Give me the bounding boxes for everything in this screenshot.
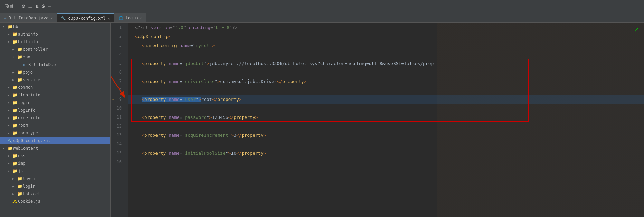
line-num-8: 8 bbox=[111, 86, 124, 95]
sidebar-item-label: room bbox=[18, 123, 28, 128]
xml-pi-attr: version bbox=[151, 25, 170, 30]
sidebar-item-pojo[interactable]: ▶ 📁 pojo bbox=[0, 68, 110, 76]
sidebar-item-floorinfo[interactable]: ▶ 📁 floorinfo bbox=[0, 91, 110, 99]
line-num-14: 14 bbox=[111, 140, 124, 149]
toolbar: 项目 ⊕ ☰ ⇅ ⚙ − bbox=[0, 0, 644, 12]
sidebar-item-css[interactable]: ▶ 📁 css bbox=[0, 152, 110, 160]
folder-icon: 📁 bbox=[12, 108, 18, 113]
list-icon[interactable]: ☰ bbox=[28, 3, 33, 9]
sidebar-item-label: layui bbox=[23, 176, 35, 181]
folder-icon: 📁 bbox=[8, 146, 13, 151]
validation-checkmark: ✓ bbox=[634, 26, 638, 34]
sidebar-item-label: login bbox=[23, 184, 35, 189]
sidebar-item-webcontent[interactable]: ▾ 📁 WebContent bbox=[0, 144, 110, 152]
expand-arrow: ▶ bbox=[12, 185, 17, 188]
sidebar-item-billinfodao[interactable]: c BillInfoDao bbox=[0, 61, 110, 68]
tab-c3p0config-close[interactable]: ✕ bbox=[108, 17, 110, 20]
add-icon[interactable]: ⊕ bbox=[22, 3, 25, 9]
settings-icon[interactable]: ⚙ bbox=[41, 3, 45, 9]
sidebar-item-login2[interactable]: ▶ 📁 login bbox=[0, 182, 110, 190]
sidebar-item-label: login bbox=[18, 100, 30, 105]
sidebar-item-c3p0config[interactable]: 🔧 c3p0-config.xml bbox=[0, 137, 110, 144]
expand-arrow: ▶ bbox=[8, 32, 12, 36]
code-editor[interactable]: 1 2 3 4 5 6 7 8 ⚠ 9 10 11 12 13 14 15 16 bbox=[111, 23, 644, 217]
sidebar-item-label: dao bbox=[23, 55, 30, 59]
folder-icon: 📁 bbox=[12, 169, 18, 173]
line-num-7: 7 bbox=[111, 77, 124, 86]
code-line-5: <property name="jdbcUrl">jdbc:mysql://lo… bbox=[128, 59, 644, 68]
tab-login-label: login bbox=[125, 16, 138, 20]
sidebar-item-label: controller bbox=[23, 47, 48, 52]
line-num-1: 1 bbox=[111, 23, 124, 32]
sidebar-item-orderinfo[interactable]: ▶ 📁 orderinfo bbox=[0, 114, 110, 122]
sidebar-item-loginfo[interactable]: ▶ 📁 logInfo bbox=[0, 106, 110, 114]
code-line-3: <named-config name="mysql"> bbox=[128, 41, 644, 50]
expand-arrow: ▶ bbox=[8, 124, 12, 127]
line-num-4: 4 bbox=[111, 50, 124, 59]
sidebar-item-hb[interactable]: ▾ 📁 hb bbox=[0, 23, 110, 30]
project-label[interactable]: 项目 bbox=[3, 2, 16, 10]
expand-arrow: ▶ bbox=[8, 131, 12, 135]
tab-c3p0config[interactable]: 🔧 c3p0-config.xml ✕ bbox=[57, 13, 114, 22]
folder-icon: 📁 bbox=[8, 24, 13, 29]
folder-icon: 📁 bbox=[17, 47, 23, 52]
sidebar-item-cookiejs[interactable]: JS Cookie.js bbox=[0, 198, 110, 205]
sidebar-item-roomtype[interactable]: ▶ 📁 roomtype bbox=[0, 129, 110, 137]
tab-bar: ☕ BillInfoDao.java ✕ 🔧 c3p0-config.xml ✕… bbox=[0, 12, 644, 23]
minus-icon[interactable]: − bbox=[48, 3, 51, 9]
sidebar-item-common[interactable]: ▶ 📁 common bbox=[0, 84, 110, 91]
xml-icon: 🔧 bbox=[61, 16, 66, 21]
expand-arrow: ▶ bbox=[12, 70, 17, 74]
toolbar-separator-1 bbox=[19, 3, 19, 9]
sidebar-item-js[interactable]: ▾ 📁 js bbox=[0, 167, 110, 175]
sidebar-item-label: img bbox=[18, 161, 26, 166]
sort-icon[interactable]: ⇅ bbox=[36, 3, 39, 9]
line-num-2: 2 bbox=[111, 32, 124, 41]
sidebar-item-login[interactable]: ▶ 📁 login bbox=[0, 99, 110, 106]
line-num-11: 11 bbox=[111, 113, 124, 122]
folder-icon: 📁 bbox=[12, 85, 18, 90]
tab-billinfodao[interactable]: ☕ BillInfoDao.java ✕ bbox=[0, 13, 57, 22]
sidebar-item-label: common bbox=[18, 85, 33, 90]
tab-login-close[interactable]: ✕ bbox=[140, 16, 142, 20]
sidebar-item-controller[interactable]: ▶ 📁 controller bbox=[0, 46, 110, 53]
sidebar-item-authinfo[interactable]: ▶ 📁 authinfo bbox=[0, 30, 110, 38]
sidebar-item-label: WebContent bbox=[13, 146, 38, 151]
line-num-9: ⚠ 9 bbox=[111, 95, 124, 104]
folder-icon: 📁 bbox=[12, 39, 18, 44]
main-area: ▾ 📁 hb ▶ 📁 authinfo ▾ 📁 billinfo ▶ 📁 con… bbox=[0, 23, 644, 217]
folder-icon: 📁 bbox=[17, 191, 23, 196]
folder-icon: 📁 bbox=[17, 176, 23, 181]
sidebar-item-label: c3p0-config.xml bbox=[13, 138, 50, 143]
expand-arrow: ▶ bbox=[8, 86, 12, 89]
sidebar-item-label: hb bbox=[13, 24, 18, 29]
tab-billinfodao-close[interactable]: ✕ bbox=[50, 16, 53, 20]
sidebar-item-label: pojo bbox=[23, 70, 33, 75]
line-numbers: 1 2 3 4 5 6 7 8 ⚠ 9 10 11 12 13 14 15 16 bbox=[111, 23, 128, 217]
code-line-15: <property name="initialPoolSize">10</pro… bbox=[128, 149, 644, 158]
sidebar-item-room[interactable]: ▶ 📁 room bbox=[0, 122, 110, 129]
tab-login[interactable]: 🌐 login ✕ bbox=[114, 13, 146, 22]
sidebar-item-billinfo[interactable]: ▾ 📁 billinfo bbox=[0, 38, 110, 46]
code-area[interactable]: <?xml version="1.0" encoding="UTF-8"?> <… bbox=[128, 23, 644, 217]
sidebar-item-toexcel[interactable]: ▶ 📁 toExcel bbox=[0, 190, 110, 198]
sidebar-item-label: authinfo bbox=[18, 32, 38, 37]
sidebar-item-label: billinfo bbox=[18, 39, 38, 44]
code-line-9: <property name="user">root</property> bbox=[128, 95, 644, 104]
folder-icon: 📁 bbox=[17, 184, 23, 189]
sidebar-item-layui[interactable]: ▶ 📁 layui bbox=[0, 175, 110, 182]
sidebar-item-img[interactable]: ▶ 📁 img bbox=[0, 160, 110, 167]
code-line-2: <c3p0-config> bbox=[128, 32, 644, 41]
expand-arrow: ▾ bbox=[12, 55, 17, 59]
expand-arrow: ▶ bbox=[12, 177, 17, 180]
folder-icon: 📁 bbox=[12, 123, 18, 128]
expand-arrow: ▾ bbox=[3, 25, 8, 28]
expand-arrow: ▾ bbox=[3, 147, 8, 150]
java-icon: ☕ bbox=[4, 16, 7, 20]
code-line-14 bbox=[128, 140, 644, 149]
line-num-13: 13 bbox=[111, 131, 124, 140]
expand-arrow: ▾ bbox=[8, 169, 12, 173]
sidebar-item-dao[interactable]: ▾ 📁 dao bbox=[0, 53, 110, 61]
xml-pi-span: <?xml bbox=[135, 25, 151, 30]
sidebar-item-service[interactable]: ▶ 📁 service bbox=[0, 76, 110, 84]
